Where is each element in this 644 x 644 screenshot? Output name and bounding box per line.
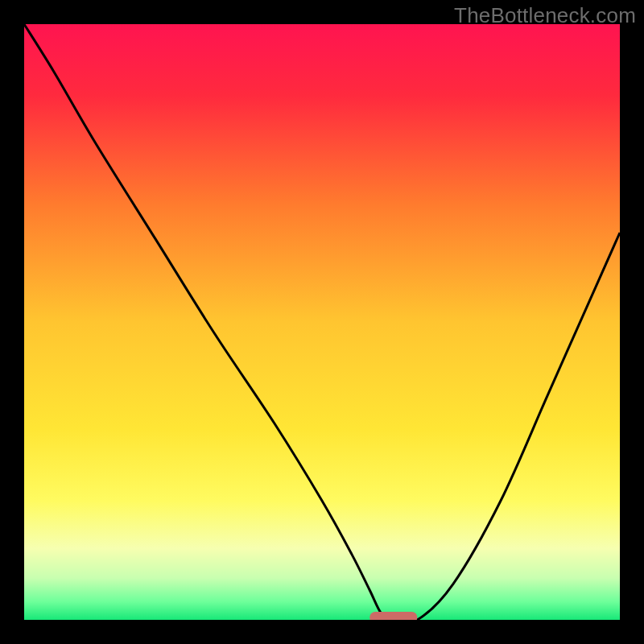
watermark-text: TheBottleneck.com xyxy=(454,3,636,28)
chart-container: TheBottleneck.com xyxy=(0,0,644,644)
plot-area xyxy=(24,24,620,620)
chart-svg xyxy=(0,0,644,644)
